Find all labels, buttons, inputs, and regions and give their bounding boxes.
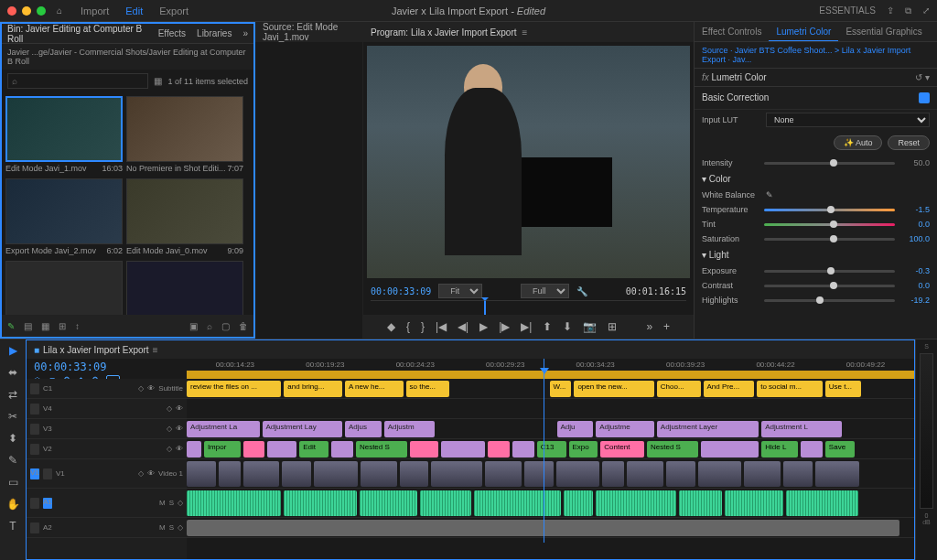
play-icon[interactable]: ▶ [479, 320, 488, 333]
program-monitor[interactable] [367, 46, 690, 278]
intensity-slider[interactable] [764, 162, 895, 165]
find-icon[interactable]: ⌕ [207, 321, 212, 331]
resolution-selector[interactable]: Full [521, 284, 569, 298]
step-back-icon[interactable]: ◀| [458, 320, 468, 333]
audio-clip[interactable] [725, 490, 783, 516]
tab-export[interactable]: Export [159, 5, 188, 16]
video-clip[interactable] [602, 461, 624, 487]
exposure-value[interactable]: -0.3 [900, 266, 930, 275]
home-icon[interactable]: ⌂ [57, 5, 62, 16]
fit-selector[interactable]: Fit [438, 284, 482, 298]
temperature-value[interactable]: -1.5 [900, 205, 930, 214]
video-clip[interactable] [267, 441, 296, 458]
timeline-ruler[interactable]: 00:00:14:23 00:00:19:23 00:00:24:23 00:0… [187, 359, 914, 379]
section-color[interactable]: ▾ Color [695, 170, 937, 188]
video-clip[interactable] [431, 461, 482, 487]
highlights-slider[interactable] [764, 299, 895, 302]
track-header-v4[interactable]: V4◇👁 [27, 399, 187, 419]
ripple-edit-tool-icon[interactable]: ⇄ [5, 387, 20, 402]
video-clip[interactable] [744, 461, 781, 487]
contrast-slider[interactable] [764, 285, 895, 287]
video-clip[interactable]: Edit [299, 441, 328, 458]
eyedropper-icon[interactable]: ✎ [766, 190, 773, 199]
video-clip[interactable] [815, 461, 859, 487]
video-clip[interactable] [282, 461, 311, 487]
minimize-window-icon[interactable] [22, 6, 31, 16]
video-clip[interactable]: C13 [537, 441, 566, 458]
section-toggle[interactable] [919, 92, 930, 103]
automate-icon[interactable]: ▣ [189, 321, 198, 331]
video-clip[interactable] [187, 461, 216, 487]
subtitle-clip[interactable]: A new he... [345, 381, 404, 397]
subtitle-clip[interactable]: so the... [406, 381, 450, 397]
razor-tool-icon[interactable]: ✂ [5, 409, 20, 424]
tint-slider[interactable] [764, 223, 895, 226]
exposure-slider[interactable] [764, 270, 895, 273]
video-clip[interactable] [627, 461, 663, 487]
video-clip[interactable]: Impor [204, 441, 241, 458]
extract-icon[interactable]: ⬇ [563, 320, 572, 333]
audio-clip[interactable] [679, 490, 723, 516]
export-frame-icon[interactable]: 📷 [583, 320, 597, 333]
settings-icon[interactable]: 🔧 [576, 286, 587, 296]
adjustment-clip[interactable]: Adjustment Layer [657, 421, 759, 437]
program-ruler[interactable] [371, 300, 686, 315]
button-editor-icon[interactable]: » [646, 320, 652, 333]
auto-button[interactable]: ✨ Auto [834, 135, 883, 150]
pen-tool-icon[interactable]: ✎ [5, 453, 20, 468]
maximize-window-icon[interactable] [37, 6, 46, 16]
breadcrumb[interactable]: Javier ...ge/Javier - Commercial Shots/J… [2, 44, 253, 70]
new-item-icon[interactable]: ▢ [221, 321, 230, 331]
go-to-out-icon[interactable]: ▶| [521, 320, 532, 333]
icon-view-icon[interactable]: ▦ [41, 321, 49, 331]
video-clip[interactable] [556, 461, 600, 487]
thumb-item[interactable]: Edit Mode Javi_0.mov9:09 [126, 178, 243, 257]
rectangle-tool-icon[interactable]: ▭ [5, 475, 20, 490]
project-tab-bin[interactable]: Bin: Javier Editing at Computer B Roll [2, 24, 153, 44]
close-window-icon[interactable] [7, 6, 16, 16]
video-clip[interactable] [485, 461, 522, 487]
subtitle-clip[interactable]: Use t... [825, 381, 862, 397]
track-select-tool-icon[interactable]: ⬌ [5, 365, 20, 380]
video-clip[interactable]: Hide L [761, 441, 798, 458]
lift-icon[interactable]: ⬆ [543, 320, 552, 333]
video-clip[interactable] [783, 461, 813, 487]
track-header-c1[interactable]: C1◇👁Subtitle [27, 379, 187, 399]
workspace-selector[interactable]: ESSENTIALS [819, 5, 876, 16]
video-clip[interactable] [512, 441, 534, 458]
fullscreen-icon[interactable]: ⤢ [922, 5, 930, 16]
video-clip[interactable] [410, 441, 439, 458]
track-header-a2[interactable]: A2MS◇ [27, 518, 187, 538]
project-tab-effects[interactable]: Effects [153, 28, 191, 38]
track-header-v1[interactable]: V1V1◇👁Video 1 [27, 459, 187, 489]
saturation-slider[interactable] [764, 238, 895, 241]
contrast-value[interactable]: 0.0 [900, 281, 930, 290]
video-clip[interactable] [400, 461, 429, 487]
track-header-v3[interactable]: V3◇👁 [27, 419, 187, 439]
video-clip[interactable] [441, 441, 485, 458]
selection-tool-icon[interactable]: ▶ [5, 343, 20, 358]
audio-clip[interactable] [284, 490, 357, 516]
thumb-item[interactable]: Edit Mode Javi_1.mov16:03 [5, 96, 123, 175]
tab-essential-graphics[interactable]: Essential Graphics [838, 22, 929, 41]
panel-menu-icon[interactable]: » [237, 28, 253, 38]
video-clip[interactable]: Save [825, 441, 855, 458]
track-header-v2[interactable]: V2◇👁 [27, 439, 187, 459]
step-forward-icon[interactable]: |▶ [499, 320, 510, 333]
quick-export-icon[interactable]: ⇪ [887, 5, 894, 16]
list-view-icon[interactable]: ▤ [24, 321, 32, 331]
audio-clip[interactable] [187, 490, 281, 516]
video-clip[interactable] [524, 461, 554, 487]
track-v3[interactable]: Adjustment La Adjustment Lay Adjus Adjus… [187, 419, 914, 439]
reset-button[interactable]: Reset [888, 135, 930, 150]
program-header[interactable]: Program: Lila x Javier Import Export [371, 27, 517, 38]
subtitle-clip[interactable]: review the files on ... [187, 381, 281, 397]
subtitle-clip[interactable]: and bring... [284, 381, 342, 397]
video-clip[interactable]: Nested S [647, 441, 698, 458]
add-button-icon[interactable]: + [663, 320, 670, 333]
type-tool-icon[interactable]: T [5, 519, 20, 533]
source-header[interactable]: Source: Edit Mode Javi_1.mov [255, 22, 362, 42]
track-header-a1[interactable]: A1MS◇ [27, 489, 187, 518]
search-input[interactable] [7, 73, 148, 89]
track-a1[interactable] [187, 489, 914, 518]
